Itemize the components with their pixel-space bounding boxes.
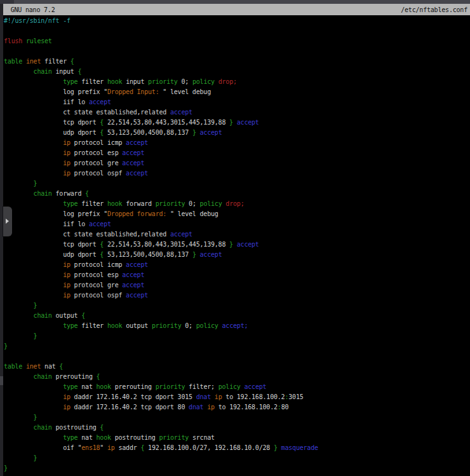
code-line: [4, 26, 318, 36]
code-line: type filter hook forward priority 0; pol…: [4, 199, 318, 209]
code-line: ip daddr 172.16.40.2 tcp dport 80 dnat i…: [4, 402, 318, 412]
code-line: ip daddr 172.16.40.2 tcp dport 3015 dnat…: [4, 392, 318, 402]
code-line: log prefix "Dropped forward: " level deb…: [4, 209, 318, 219]
code-line: ip protocol ospf accept: [4, 290, 318, 301]
code-line: chain forward {: [4, 189, 318, 199]
code-line: }: [4, 331, 318, 341]
code-line: ip protocol esp accept: [4, 270, 318, 280]
code-line: oif "ens18" ip saddr { 192.168.100.0/27,…: [4, 443, 318, 453]
chevron-right-icon: [6, 219, 9, 224]
code-line: type filter hook input priority 0; polic…: [4, 77, 318, 87]
code-line: tcp dport { 22,514,53,80,443,3015,445,13…: [4, 240, 318, 250]
code-line: type filter hook output priority 0; poli…: [4, 321, 318, 331]
code-line: ip protocol gre accept: [4, 280, 318, 290]
code-line: ip protocol gre accept: [4, 158, 318, 168]
code-line: chain output {: [4, 311, 318, 321]
code-line: iif lo accept: [4, 219, 318, 229]
code-line: chain prerouting {: [4, 372, 318, 382]
code-line: table inet filter {: [4, 57, 318, 67]
code-line: ip protocol icmp accept: [4, 260, 318, 270]
code-line: chain input {: [4, 67, 318, 77]
code-line: udp dport { 53,123,500,4500,88,137 } acc…: [4, 128, 318, 138]
code-line: type nat hook prerouting priority filter…: [4, 382, 318, 392]
terminal-screen[interactable]: #!/usr/sbin/nft -fflush rulesettable ine…: [3, 16, 470, 476]
code-line: ip protocol ospf accept: [4, 168, 318, 179]
code-line: log prefix "Dropped Input: " level debug: [4, 87, 318, 97]
code-line: ct state established,related accept: [4, 229, 318, 240]
code-line: ip protocol esp accept: [4, 148, 318, 158]
code-line: table inet nat {: [4, 362, 318, 372]
code-line: [4, 351, 318, 362]
code-line: }: [4, 341, 318, 351]
code-line: type nat hook postrouting priority srcna…: [4, 433, 318, 443]
nano-titlebar: GNU nano 7.2 /etc/nftables.conf: [3, 4, 470, 15]
code-line: #!/usr/sbin/nft -f: [4, 16, 318, 26]
code-line: chain postrouting {: [4, 423, 318, 433]
editor-content[interactable]: #!/usr/sbin/nft -fflush rulesettable ine…: [4, 16, 318, 473]
code-line: ip protocol icmp accept: [4, 138, 318, 148]
code-line: }: [4, 412, 318, 423]
app-version-label: GNU nano 7.2: [3, 6, 55, 13]
code-line: }: [4, 453, 318, 463]
code-line: udp dport { 53,123,500,4500,88,137 } acc…: [4, 250, 318, 260]
file-path-label: /etc/nftables.conf: [401, 6, 467, 13]
code-line: }: [4, 179, 318, 189]
sidebar-toggle-handle[interactable]: [3, 207, 12, 236]
code-line: ct state established,related accept: [4, 107, 318, 118]
code-line: iif lo accept: [4, 97, 318, 107]
code-line: }: [4, 301, 318, 311]
code-line: flush ruleset: [4, 36, 318, 46]
code-line: }: [4, 463, 318, 473]
remote-console-view: { "colors": { "bg": "#000000", "fg": "#d…: [0, 0, 470, 476]
code-line: [4, 46, 318, 57]
code-line: tcp dport { 22,514,53,80,443,3015,445,13…: [4, 118, 318, 128]
